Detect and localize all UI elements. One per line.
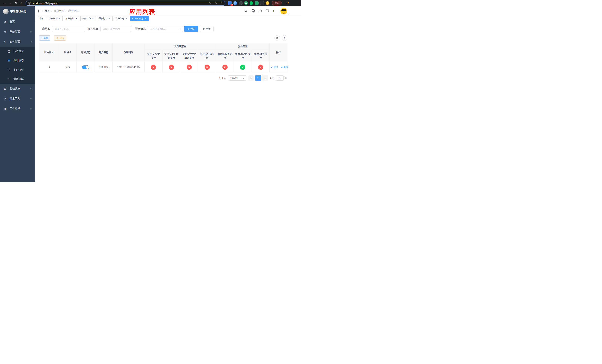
group-header-alipay: 支付宝配置 [145,43,216,50]
app-name-input[interactable] [52,26,85,32]
card-icon: ▤ [8,50,12,53]
main-area: 首页 / 支付管理 / 应用信息 应用列表 ? [35,6,301,182]
extension-icon[interactable] [233,1,237,5]
delete-link[interactable]: 删除 [281,65,288,69]
col-header-wx-lite: 微信小程序支付 [216,50,234,62]
merchant-name-input[interactable] [100,26,131,32]
order-icon: ◎ [8,68,12,72]
font-size-icon[interactable]: TT [272,9,276,13]
browser-chrome: ← → ↻ ⌂ i localhost:1024/pay/app ☆ 10 [0,0,301,6]
pagination: 共 1 条 10条/页 ‹ 1 › 前往 页 [39,75,287,81]
bookmark-star-icon[interactable]: ☆ [220,2,223,5]
close-icon[interactable]: × [125,17,128,20]
close-icon[interactable]: × [144,17,147,20]
sidebar-item-infrastructure[interactable]: ⊞ 基础设施 [0,84,35,94]
plus-icon: + [41,37,43,39]
user-menu[interactable] [280,8,290,14]
svg-text:T: T [273,10,274,12]
search-button[interactable]: 搜索 [184,26,198,32]
tab-user-group[interactable]: 用户分组× [64,16,79,21]
gear-icon: ⚙ [4,30,9,33]
refresh-table-button[interactable]: ↻ [282,35,287,41]
sidebar-item-merchant-info[interactable]: ▤ 商户信息 [0,47,35,56]
wx-lite-status-icon: × [222,65,227,70]
alipay-pc-status-icon: × [169,65,174,70]
password-key-icon[interactable] [209,2,212,5]
url-text[interactable]: localhost:1024/pay/app [32,2,209,5]
extension-icon[interactable] [266,1,269,5]
chevron-down-icon [30,107,32,109]
avatar[interactable] [280,8,287,14]
tab-app-info[interactable]: 应用信息× [130,16,149,21]
page-size-select[interactable]: 10条/页 [228,75,246,81]
share-icon[interactable] [214,2,217,5]
svg-text:T: T [275,10,275,12]
group-header-wechat: 微信配置 [216,43,269,50]
extension-icon[interactable]: 10 [228,1,232,5]
table-row: 6 芋道 芋道源码 2021-10-23 08:49:25 × × × × × … [39,62,288,72]
browser-back-icon[interactable]: ← [2,0,7,6]
col-header-alipay-app: 支付宝 APP 支付 [145,50,162,62]
sidebar-item-payment[interactable]: ¥ 支付管理 [0,37,35,47]
address-bar[interactable]: i localhost:1024/pay/app ☆ [26,0,226,6]
extension-icon[interactable] [244,1,248,5]
col-header-app-name: 应用名 [59,43,77,62]
search-icon[interactable] [244,9,248,13]
extension-icon[interactable] [255,1,258,5]
export-button[interactable]: 导出 [54,35,66,41]
sidebar-fold-icon[interactable] [38,10,42,13]
svg-text:?: ? [259,10,261,12]
tab-merchant-info[interactable]: 商户信息× [114,16,129,21]
edit-link[interactable]: 修改 [271,65,278,69]
close-icon[interactable]: × [92,17,94,20]
sidebar-item-system[interactable]: ⚙ 系统管理 [0,27,35,37]
github-icon[interactable] [251,9,255,13]
tab-refund-order[interactable]: 退款订单× [97,16,113,21]
close-icon[interactable]: × [58,17,61,20]
browser-reload-icon[interactable]: ↻ [13,0,19,6]
navbar-actions: ? TT [244,8,290,14]
extension-icon[interactable] [239,1,243,5]
prev-page-button[interactable]: ‹ [248,75,254,81]
toggle-search-button[interactable] [274,35,280,41]
puzzle-extensions-icon[interactable] [260,1,264,5]
sidebar-item-pay-order[interactable]: ◎ 支付订单 [0,65,35,75]
browser-update-button[interactable]: 更新 [272,1,282,5]
add-button[interactable]: + 新增 [39,35,50,41]
status-switch[interactable] [82,65,89,69]
tab-home[interactable]: 首页 [38,16,46,21]
browser-menu-icon[interactable]: ⋮ [284,1,289,5]
sidebar-item-app-info[interactable]: ▦ 应用信息 [0,56,35,65]
breadcrumb-payment[interactable]: 支付管理 [54,9,64,13]
fullscreen-icon[interactable] [265,9,269,13]
help-icon[interactable]: ? [258,9,262,13]
chevron-down-icon [30,87,32,89]
cell-created: 2021-10-23 08:49:25 [113,62,145,72]
goto-page-input[interactable] [276,75,284,81]
browser-home-icon[interactable]: ⌂ [19,0,24,6]
tab-process-form[interactable]: 流程表单× [47,16,63,21]
sidebar-item-dev-tools[interactable]: ⚒ 研发工具 [0,94,35,104]
reset-button[interactable]: ↻ 重置 [200,26,214,32]
tools-icon: ⚒ [4,97,9,100]
site-info-icon[interactable]: i [28,2,31,5]
chevron-down-icon [30,97,32,99]
page-1-button[interactable]: 1 [255,75,261,81]
sidebar-item-home[interactable]: ◉ 首页 [0,17,35,27]
close-icon[interactable]: × [75,17,77,20]
browser-forward-icon[interactable]: → [7,0,13,6]
top-navbar: 首页 / 支付管理 / 应用信息 应用列表 ? [35,6,301,16]
total-count: 共 1 条 [219,76,226,80]
merchant-name-label: 商户名称 [88,27,98,31]
extension-icon[interactable] [249,1,253,5]
app-logo[interactable]: 芋道管理系统 [0,6,35,17]
status-select[interactable]: 请选择开启状态 [148,26,183,32]
next-page-button[interactable]: › [262,75,268,81]
breadcrumb-home[interactable]: 首页 [45,9,50,13]
sidebar-item-refund-order[interactable]: ▢ 退款订单 [0,75,35,84]
app-table: 应用编号 应用名 开启状态 商户名称 创建时间 支付宝配置 微信配置 操作 支付… [39,43,288,72]
close-icon[interactable]: × [108,17,111,20]
extension-badge: 10 [230,4,233,6]
tab-pay-order[interactable]: 支付订单× [80,16,96,21]
sidebar-item-workflow[interactable]: ▣ 工作流程 [0,104,35,114]
